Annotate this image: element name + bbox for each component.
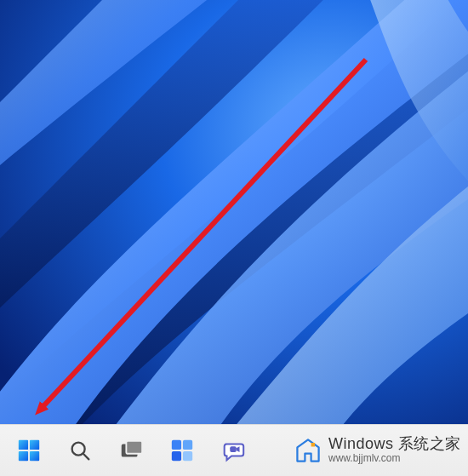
- svg-rect-14: [183, 451, 192, 461]
- widgets-icon: [169, 438, 195, 463]
- teams-chat-button[interactable]: [214, 432, 252, 469]
- search-button[interactable]: [61, 432, 99, 469]
- svg-rect-3: [19, 440, 28, 450]
- search-icon: [67, 438, 93, 463]
- svg-rect-4: [30, 440, 39, 450]
- svg-rect-12: [183, 440, 192, 450]
- chat-icon: [220, 438, 246, 463]
- widgets-button[interactable]: [163, 432, 201, 469]
- desktop-wallpaper: [0, 0, 468, 424]
- svg-rect-10: [126, 441, 142, 454]
- task-view-button[interactable]: [112, 432, 150, 469]
- svg-rect-13: [172, 451, 181, 461]
- svg-line-8: [83, 454, 89, 460]
- windows-logo-icon: [16, 438, 42, 463]
- svg-rect-16: [230, 446, 237, 452]
- svg-rect-11: [172, 440, 181, 450]
- task-view-icon: [118, 438, 144, 463]
- start-button[interactable]: [10, 432, 48, 469]
- svg-rect-5: [19, 451, 28, 461]
- svg-rect-6: [30, 451, 39, 461]
- taskbar: [0, 424, 468, 476]
